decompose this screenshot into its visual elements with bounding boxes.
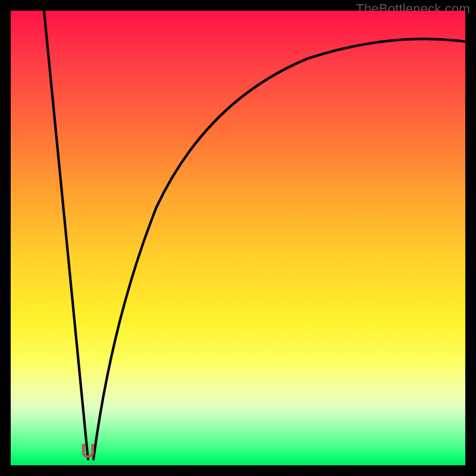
chart-canvas: TheBottleneck.com U [0, 0, 476, 476]
curve-right-branch [93, 39, 465, 459]
curve-left-branch [44, 11, 88, 459]
bottleneck-curve [11, 11, 465, 465]
plot-area: U [11, 11, 465, 465]
